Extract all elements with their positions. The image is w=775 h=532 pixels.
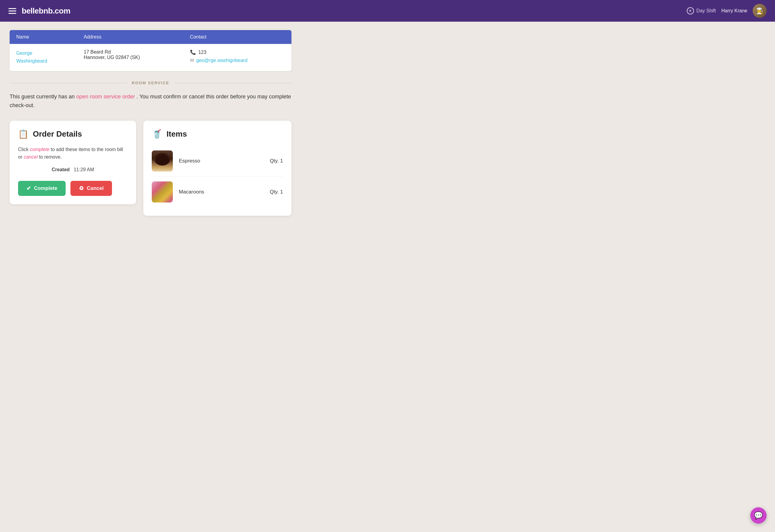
chat-icon: 💬 [754, 511, 763, 520]
order-icon: 📋 [18, 129, 29, 139]
item-name-macaroon: Macaroons [179, 189, 264, 195]
app-header: bellebnb.com ☀ Day Shift Harry Krane 👨‍🍳 [0, 0, 775, 22]
guest-phone: 123 [198, 50, 206, 55]
header-left: bellebnb.com [8, 6, 70, 16]
order-instructions: Click complete to add these items to the… [18, 146, 128, 161]
item-thumb-macaroon [152, 181, 173, 203]
guest-contact: 📞 123 ✉ geo@rge.washignbeard [183, 44, 291, 71]
guest-address: 17 Beard Rd Hannover, UG 02847 (SK) [77, 44, 183, 71]
main-content: Name Address Contact George Washingbeard… [0, 22, 301, 224]
col-contact: Contact [183, 30, 291, 44]
order-title-text: Order Details [33, 129, 82, 139]
shift-label-text: Day Shift [696, 8, 716, 14]
chat-fab[interactable]: 💬 [750, 507, 767, 524]
cards-row: 📋 Order Details Click complete to add th… [10, 121, 291, 216]
card-actions: ✔ Complete ♻ Cancel [18, 181, 128, 196]
col-name: Name [10, 30, 77, 44]
guest-email[interactable]: geo@rge.washignbeard [196, 58, 247, 63]
section-divider: ROOM SERVICE [10, 81, 291, 85]
cancel-icon: ♻ [79, 185, 84, 192]
items-icon: 🥤 [152, 129, 162, 139]
header-right: ☀ Day Shift Harry Krane 👨‍🍳 [687, 4, 767, 18]
notice-before: This guest currently has an [10, 94, 75, 100]
item-qty-espresso: Qty. 1 [270, 158, 283, 164]
instr-complete: complete [30, 147, 49, 152]
order-meta: Created 11:29 AM [18, 167, 128, 172]
col-address: Address [77, 30, 183, 44]
item-thumb-espresso [152, 150, 173, 172]
phone-icon: 📞 [190, 49, 196, 55]
list-item: Macaroons Qty. 1 [152, 177, 283, 207]
divider-left [10, 83, 127, 83]
cancel-button[interactable]: ♻ Cancel [70, 181, 112, 196]
item-name-espresso: Espresso [179, 158, 264, 164]
list-item: Espresso Qty. 1 [152, 146, 283, 177]
shift-indicator: ☀ Day Shift [687, 7, 716, 14]
instr-before: Click [18, 147, 29, 152]
items-title-text: Items [166, 129, 187, 139]
instr-cancel: cancel [24, 154, 38, 159]
section-label: ROOM SERVICE [132, 81, 169, 85]
guest-name[interactable]: George Washingbeard [16, 49, 70, 65]
email-icon: ✉ [190, 57, 194, 63]
cancel-label: Cancel [87, 185, 104, 191]
user-name: Harry Krane [721, 8, 747, 14]
items-card-title: 🥤 Items [152, 129, 283, 139]
avatar: 👨‍🍳 [753, 4, 767, 18]
complete-button[interactable]: ✔ Complete [18, 181, 66, 196]
shift-icon: ☀ [687, 7, 694, 14]
macaroon-image [152, 181, 173, 203]
guest-row: George Washingbeard 17 Beard Rd Hannover… [10, 44, 291, 71]
avatar-image: 👨‍🍳 [753, 4, 767, 18]
order-card-title: 📋 Order Details [18, 129, 128, 139]
guest-table: Name Address Contact George Washingbeard… [10, 30, 291, 71]
divider-right [174, 83, 291, 83]
app-logo: bellebnb.com [22, 6, 70, 16]
espresso-image [152, 150, 173, 172]
order-details-card: 📋 Order Details Click complete to add th… [10, 121, 136, 204]
complete-icon: ✔ [26, 185, 31, 192]
items-card: 🥤 Items Espresso Qty. 1 Macaroons Qty. 1 [143, 121, 291, 216]
instr-after: to remove. [39, 154, 62, 159]
created-label: Created [52, 167, 70, 172]
hamburger-menu[interactable] [8, 8, 16, 14]
item-qty-macaroon: Qty. 1 [270, 189, 283, 195]
room-service-notice: This guest currently has an open room se… [10, 92, 291, 110]
notice-link[interactable]: open room service order [76, 94, 135, 100]
created-time: 11:29 AM [74, 167, 94, 172]
complete-label: Complete [34, 185, 57, 191]
